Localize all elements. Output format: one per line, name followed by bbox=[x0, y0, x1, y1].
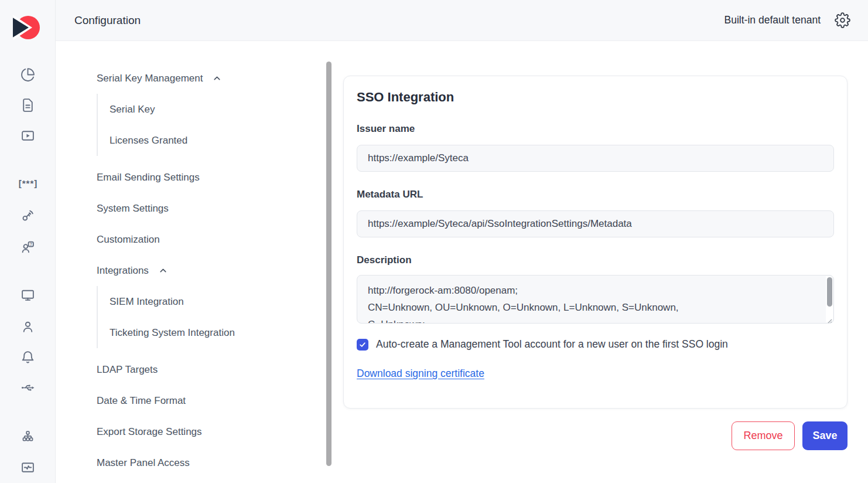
chevron-up-icon bbox=[212, 73, 222, 83]
config-nav: Serial Key Management Serial Key License… bbox=[56, 41, 334, 483]
top-bar: Configuration Built-in default tenant bbox=[56, 0, 868, 41]
user-icon[interactable] bbox=[20, 319, 35, 334]
secrets-icon[interactable]: [***] bbox=[16, 178, 40, 188]
description-scrollbar-thumb[interactable] bbox=[827, 277, 832, 307]
icon-rail: [***] ? bbox=[0, 0, 56, 483]
nav-customization[interactable]: Customization bbox=[56, 224, 334, 255]
tenant-selector[interactable]: Built-in default tenant bbox=[725, 14, 821, 26]
description-line-1: http://forgerock-am:8080/openam; bbox=[368, 282, 816, 299]
session-player-icon[interactable] bbox=[20, 128, 35, 143]
nav-ldap-targets[interactable]: LDAP Targets bbox=[56, 354, 334, 385]
card-actions: Remove Save bbox=[732, 421, 848, 450]
nav-export-storage-settings[interactable]: Export Storage Settings bbox=[56, 416, 334, 447]
card-title: SSO Integration bbox=[357, 89, 834, 106]
syteca-logo[interactable] bbox=[13, 14, 40, 41]
chevron-up-icon bbox=[158, 266, 168, 275]
issuer-name-input[interactable] bbox=[357, 145, 834, 172]
sso-integration-card: SSO Integration Issuer name Metadata URL… bbox=[343, 76, 848, 409]
metadata-url-input[interactable] bbox=[357, 210, 834, 237]
description-label: Description bbox=[357, 253, 834, 267]
page-title: Configuration bbox=[74, 14, 141, 27]
health-monitor-icon[interactable] bbox=[20, 460, 35, 475]
infrastructure-icon[interactable] bbox=[20, 430, 35, 444]
serial-key-management-sublist: Serial Key Licenses Granted bbox=[97, 94, 334, 156]
gear-icon[interactable] bbox=[835, 12, 850, 28]
nav-serial-key-management[interactable]: Serial Key Management bbox=[56, 63, 334, 94]
nav-date-time-format[interactable]: Date & Time Format bbox=[56, 385, 334, 416]
autocreate-row: Auto-create a Management Tool account fo… bbox=[357, 338, 834, 351]
nav-system-settings[interactable]: System Settings bbox=[56, 193, 334, 224]
nav-master-panel-access[interactable]: Master Panel Access bbox=[56, 447, 334, 478]
access-key-icon[interactable] bbox=[20, 208, 35, 223]
remove-button[interactable]: Remove bbox=[732, 421, 795, 450]
nav-email-sending-settings[interactable]: Email Sending Settings bbox=[56, 162, 334, 193]
download-signing-certificate-link[interactable]: Download signing certificate bbox=[357, 368, 484, 380]
description-textarea[interactable]: http://forgerock-am:8080/openam; CN=Unkn… bbox=[357, 275, 834, 324]
description-line-3: C=Unknown; bbox=[368, 316, 816, 324]
notifications-icon[interactable] bbox=[20, 350, 35, 365]
nav-licenses-granted[interactable]: Licenses Granted bbox=[98, 125, 334, 156]
nav-integrations[interactable]: Integrations bbox=[56, 255, 334, 286]
save-button[interactable]: Save bbox=[802, 421, 848, 450]
textarea-resize-handle[interactable] bbox=[826, 316, 833, 322]
autocreate-label: Auto-create a Management Tool account fo… bbox=[376, 338, 728, 351]
svg-text:?: ? bbox=[30, 242, 32, 246]
user-request-icon[interactable]: ? bbox=[20, 240, 35, 254]
integrations-sublist: SIEM Integration Ticketing System Integr… bbox=[97, 286, 334, 348]
nav-serial-key[interactable]: Serial Key bbox=[98, 94, 334, 125]
metadata-url-label: Metadata URL bbox=[357, 188, 834, 202]
computer-icon[interactable] bbox=[20, 288, 35, 302]
autocreate-checkbox[interactable] bbox=[357, 339, 368, 351]
document-icon[interactable] bbox=[20, 98, 35, 113]
description-line-2: CN=Unknown, OU=Unknown, O=Unknown, L=Unk… bbox=[368, 299, 816, 316]
nav-siem-integration[interactable]: SIEM Integration bbox=[98, 286, 334, 317]
usb-devices-icon[interactable] bbox=[20, 380, 35, 395]
nav-scrollbar-thumb[interactable] bbox=[326, 62, 332, 466]
issuer-name-label: Issuer name bbox=[357, 122, 834, 136]
pie-chart-icon[interactable] bbox=[20, 67, 35, 82]
nav-ticketing-system-integration[interactable]: Ticketing System Integration bbox=[98, 317, 334, 348]
